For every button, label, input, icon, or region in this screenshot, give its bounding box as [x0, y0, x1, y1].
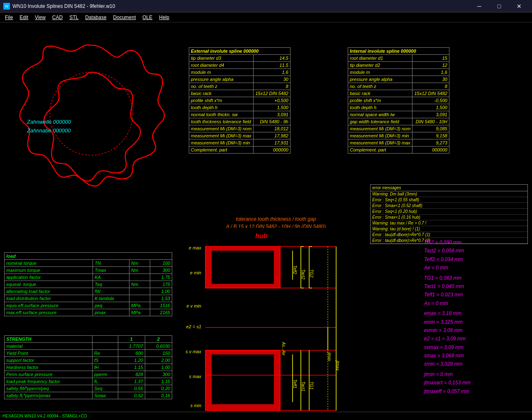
svg-text:e v min: e v min — [187, 303, 201, 308]
external-spline-title: External involute spline 000000 — [189, 48, 290, 55]
maximize-button[interactable]: □ — [490, 0, 509, 12]
error-row-0: Warning: Dm ball (3mm) — [371, 191, 527, 197]
external-spline-table: External involute spline 000000 tip diam… — [189, 47, 290, 154]
menu-view[interactable]: View — [32, 14, 49, 21]
svg-text:s min: s min — [190, 403, 201, 408]
error-row-6: Warning: tau (d bore) ! (1) — [371, 226, 527, 232]
svg-rect-14 — [212, 354, 274, 404]
svg-rect-12 — [212, 251, 274, 284]
svg-text:Tact1: Tact1 — [301, 381, 305, 391]
strength-table-container: STRENGTH 1 2 material 1.7707 0.6030 Yiel… — [4, 334, 172, 399]
spline-labels: Zahnwelle 000000 Zahnnabe 000000 — [27, 118, 71, 135]
svg-text:e max: e max — [189, 245, 201, 250]
menu-edit[interactable]: Edit — [16, 14, 32, 21]
main-content: Zahnwelle 000000 Zahnnabe 000000 Externa… — [0, 22, 532, 412]
load-table: load nominal torque TN Nm 100 maximum to… — [4, 252, 172, 316]
right-values-group1: TG2 = 0,090 mm Tact2 = 0,056 mm Teff2 = … — [424, 238, 528, 272]
menu-document[interactable]: Document — [110, 14, 139, 21]
error-row-5: Warning: tau max / Re > 0.7 ! — [371, 220, 527, 226]
right-values-group2: TG1 = 0,063 mm Tact1 = 0,040 mm Teff1 = … — [424, 274, 528, 308]
app-icon: W — [3, 3, 10, 10]
external-spline-table-container: External involute spline 000000 tip diam… — [189, 47, 344, 154]
svg-text:TG2: TG2 — [309, 269, 314, 278]
internal-spline-table: Internal involute spline 000000 root dia… — [348, 47, 449, 154]
svg-text:s v max: s v max — [185, 349, 201, 354]
error-row-7: Error : tau(df-dbore)>Re*0.7 (1) — [371, 232, 527, 238]
titlebar: W WN10 Involute Splines DIN 5482 - 9fehl… — [0, 0, 532, 12]
menu-cad[interactable]: CAD — [49, 14, 66, 21]
tolerance-diagram-container: hub shaft e max e min e v min e2 = s1 s … — [178, 228, 365, 420]
minimize-button[interactable]: ─ — [470, 0, 489, 12]
menubar: File Edit View CAD STL Database Document… — [0, 12, 532, 22]
svg-text:Teff2: Teff2 — [293, 265, 297, 274]
load-section-header: load — [5, 253, 172, 260]
menu-file[interactable]: File — [2, 14, 16, 21]
close-button[interactable]: ✕ — [510, 0, 529, 12]
error-row-3: Error : Seq<1 (0.20 hub) — [371, 209, 527, 215]
internal-spline-title: Internal involute spline 000000 — [348, 48, 449, 55]
statusbar: HEXAGON WN10 V4.2 #0094 - STANGL+CO — [0, 412, 532, 420]
load-table-container: load nominal torque TN Nm 100 maximum to… — [4, 252, 172, 316]
svg-point-0 — [50, 72, 133, 155]
internal-spline-table-container: Internal involute spline 000000 root dia… — [348, 47, 528, 154]
zahnwelle-label: Zahnwelle 000000 — [27, 118, 71, 127]
svg-text:TG1: TG1 — [309, 381, 314, 389]
error-messages-box: error messages Warning: Dm ball (3mm) Er… — [370, 184, 528, 244]
menu-ole[interactable]: OLE — [139, 14, 156, 21]
error-messages-title: error messages — [371, 185, 527, 191]
svg-text:Tact2: Tact2 — [301, 269, 305, 280]
tolerance-diagram-svg: hub shaft e max e min e v min e2 = s1 s … — [178, 228, 365, 420]
strength-table: STRENGTH 1 2 material 1.7707 0.6030 Yiel… — [4, 335, 172, 399]
right-values-group4: jtmin = 0 mm jtmaxact = 0,153 mm jtmaxef… — [424, 370, 528, 396]
menu-help[interactable]: Help — [156, 14, 173, 21]
error-row-4: Error : Smax<1 (0.16 hub) — [371, 215, 527, 220]
window-controls[interactable]: ─ □ ✕ — [470, 0, 529, 12]
svg-text:e2 = s1: e2 = s1 — [186, 324, 201, 329]
right-values-group3: emax = 3,18 mm emin = 3,125 mm evmin = 3… — [424, 309, 528, 369]
window-title: WN10 Involute Splines DIN 5482 - 9fehler… — [12, 3, 470, 9]
menu-database[interactable]: Database — [82, 14, 110, 21]
svg-text:Teff1: Teff1 — [293, 379, 297, 388]
error-row-1: Error : Seq<1 (0.55 shaft) — [371, 197, 527, 203]
statusbar-text: HEXAGON WN10 V4.2 #0094 - STANGL+CO — [2, 414, 87, 418]
ext-row-0-label: tip diameter d3 — [189, 55, 254, 62]
ext-row-0-val: 14,5 — [254, 55, 290, 62]
svg-text:e min: e min — [190, 270, 201, 275]
spline-diagram: Zahnwelle 000000 Zahnnabe 000000 — [4, 27, 178, 188]
error-row-2: Error : Smax<1 (0.52 shaft) — [371, 203, 527, 209]
right-values: TG2 = 0,090 mm Tact2 = 0,056 mm Teff2 = … — [424, 238, 528, 396]
svg-text:As...Ae: As...Ae — [281, 342, 286, 356]
strength-header: STRENGTH — [5, 336, 93, 343]
menu-stl[interactable]: STL — [66, 14, 82, 21]
svg-text:hub: hub — [255, 232, 268, 239]
svg-text:s max: s max — [189, 374, 202, 379]
load-distribution-factor-label: load distribution factor — [5, 295, 93, 302]
zahnnabe-label: Zahnnabe 000000 — [27, 127, 71, 135]
